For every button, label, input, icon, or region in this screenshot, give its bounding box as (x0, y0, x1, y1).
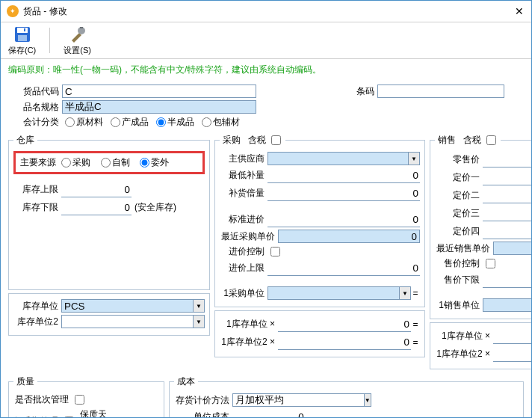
quality-group: 质量 是否批次管理 保质期管理 保质天数 (8, 375, 164, 418)
spec-label: 品名规格 (8, 101, 62, 114)
barcode-label: 条码 (344, 85, 377, 98)
settings-button[interactable]: 设置(S) (64, 25, 91, 56)
barcode-input[interactable] (377, 84, 504, 98)
acct-radio-finished[interactable]: 产成品 (108, 116, 149, 129)
stock-unit-label: 库存单位 (13, 300, 61, 313)
source-radio-self[interactable]: 自制 (98, 157, 130, 167)
save-icon (13, 25, 31, 43)
svg-rect-2 (18, 35, 27, 41)
toolbar-divider (49, 28, 50, 53)
stock-unit2-label: 库存单位2 (13, 316, 61, 328)
warehouse-group: 仓库 主要来源 采购 自制 委外 库存上限 库存下限 (安全库存) (8, 134, 210, 290)
safety-stock-label: (安全库存) (134, 201, 176, 214)
close-button[interactable]: ✕ (515, 5, 524, 17)
sales-group: 销售 含税 零售价 定价一 定价二 定价三 定价四 最近销售单价 售价控制 售价… (430, 134, 532, 319)
stock-lower-input[interactable] (61, 200, 132, 215)
source-radio-purchase[interactable]: 采购 (58, 157, 90, 167)
toolbar: 保存(C) 设置(S) (1, 22, 531, 58)
shelf-days-input[interactable] (111, 414, 159, 419)
stock-lower-label: 库存下限 (13, 201, 61, 214)
svg-rect-1 (17, 28, 28, 33)
purchase-legend: 采购 含税 (220, 134, 285, 147)
sales-legend: 销售 含税 (435, 134, 501, 147)
hint-text: 编码原则：唯一性(一物一码)，不能含有中文/特殊字符，建议由系统自动编码。 (1, 59, 531, 79)
purchase-upper-input[interactable] (267, 260, 420, 276)
titlebar: ✦ 货品 - 修改 ✕ (1, 1, 531, 22)
acct-radio-raw[interactable]: 原材料 (62, 116, 103, 129)
purchase-unit-combo[interactable]: ▼ (267, 286, 411, 300)
sale-wunit-input[interactable] (493, 328, 532, 344)
sale-lower-input[interactable] (483, 272, 532, 288)
sale-unit-combo[interactable]: ▼ (483, 298, 532, 312)
recent-purchase-price (278, 230, 420, 243)
mult-replenish-input[interactable] (267, 185, 420, 201)
warehouse-legend: 仓库 (13, 134, 37, 147)
price4-input[interactable] (483, 224, 532, 239)
chevron-down-icon[interactable]: ▼ (364, 393, 371, 407)
stock-upper-label: 库存上限 (13, 183, 61, 196)
stock-upper-input[interactable] (61, 182, 132, 197)
chevron-down-icon[interactable]: ▼ (399, 286, 411, 300)
std-price-input[interactable] (267, 212, 420, 227)
chevron-down-icon[interactable]: ▼ (193, 315, 205, 328)
app-window: ✦ 货品 - 修改 ✕ 保存(C) 设置(S) 编码原则：唯一性(一物一码)，不… (0, 0, 532, 418)
min-replenish-input[interactable] (267, 167, 420, 183)
price2-input[interactable] (483, 188, 532, 203)
stock-unit-combo[interactable]: ▼ (61, 299, 205, 313)
unit-cost-input[interactable] (232, 409, 306, 418)
sales-ctrl-checkbox[interactable] (486, 259, 495, 268)
chevron-down-icon[interactable]: ▼ (193, 299, 205, 313)
purchase-tax-checkbox[interactable] (271, 135, 281, 145)
warehouse-unit-group: 库存单位 ▼ 库存单位2 ▼ (8, 293, 210, 336)
purchase-wunit-input[interactable] (278, 316, 411, 332)
purchase-ctrl-checkbox[interactable] (270, 247, 280, 256)
svg-rect-3 (24, 28, 25, 31)
code-label: 货品代码 (8, 85, 62, 98)
svg-rect-5 (80, 27, 83, 28)
window-title: 货品 - 修改 (23, 5, 67, 18)
save-button[interactable]: 保存(C) (8, 25, 36, 56)
price3-input[interactable] (483, 206, 532, 221)
purchase-group: 采购 含税 主供应商▼ 最低补量 补货倍量 标准进价 最近采购单价 进价控制 进… (214, 134, 425, 307)
cost-group: 成本 存货计价方法 ▼ 单位成本 (169, 375, 524, 418)
sales-conv-group: 1库存单位 ×= 1库存单位2 ×= (430, 322, 532, 369)
price1-input[interactable] (483, 170, 532, 185)
batch-checkbox[interactable] (75, 395, 84, 405)
purchase-conv-group: 1库存单位 ×= 1库存单位2 ×= (214, 310, 425, 357)
purchase-wunit2-input[interactable] (278, 334, 411, 350)
sales-tax-checkbox[interactable] (486, 135, 496, 145)
stock-unit2-combo[interactable]: ▼ (61, 315, 205, 328)
chevron-down-icon[interactable]: ▼ (408, 152, 420, 165)
acct-radio-semi[interactable]: 半成品 (153, 116, 194, 129)
settings-icon (69, 25, 87, 43)
cost-method-combo[interactable]: ▼ (232, 393, 315, 407)
sale-wunit2-input[interactable] (493, 346, 532, 362)
acct-label: 会计分类 (8, 116, 62, 129)
source-label: 主要来源 (20, 157, 56, 167)
source-highlight: 主要来源 采购 自制 委外 (13, 151, 205, 174)
supplier-combo[interactable]: ▼ (267, 152, 420, 165)
acct-radio-pack[interactable]: 包辅材 (199, 116, 240, 129)
source-radio-outsource[interactable]: 委外 (137, 157, 169, 167)
retail-input[interactable] (483, 152, 532, 167)
spec-input[interactable] (62, 100, 256, 114)
recent-sale-price (493, 242, 532, 255)
code-input[interactable] (62, 84, 256, 98)
app-icon: ✦ (7, 5, 19, 17)
